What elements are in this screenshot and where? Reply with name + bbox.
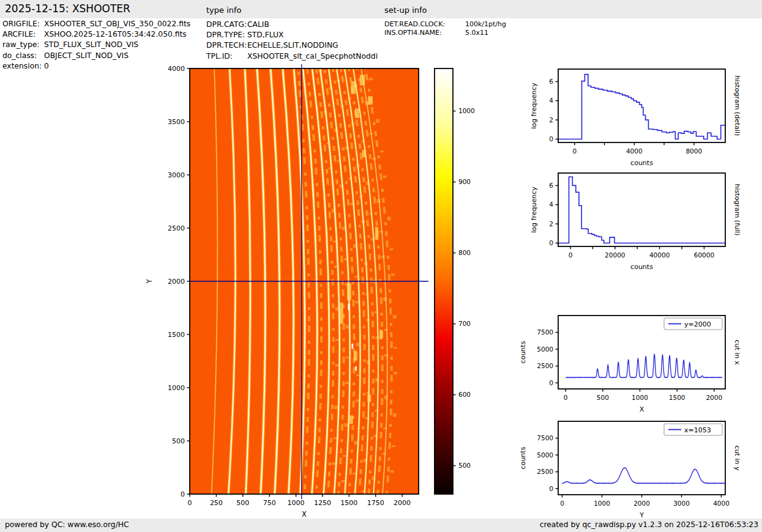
footer-powered-by: powered by QC: www.eso.org/HC bbox=[5, 520, 129, 529]
svg-text:500: 500 bbox=[236, 499, 249, 507]
svg-text:2500: 2500 bbox=[537, 468, 553, 475]
svg-text:600: 600 bbox=[458, 391, 471, 398]
svg-text:6: 6 bbox=[549, 78, 553, 85]
svg-text:1000: 1000 bbox=[458, 107, 475, 114]
svg-text:4: 4 bbox=[549, 97, 553, 104]
legend: y=2000 bbox=[664, 318, 722, 330]
svg-text:1750: 1750 bbox=[367, 499, 384, 507]
svg-text:2: 2 bbox=[549, 116, 553, 124]
svg-text:20000: 20000 bbox=[605, 251, 625, 259]
y-axis-label: log frequency bbox=[530, 83, 538, 129]
svg-text:4000: 4000 bbox=[168, 65, 185, 73]
axes: 010002000300040000250050007500Ycountscut… bbox=[519, 421, 741, 519]
svg-text:0: 0 bbox=[181, 490, 185, 498]
histogram-detail-plot: 0400080000246countslog frequencyhistogra… bbox=[514, 62, 762, 173]
svg-text:0: 0 bbox=[564, 394, 568, 401]
svg-text:0: 0 bbox=[549, 379, 553, 386]
y-axis-label: log frequency bbox=[530, 187, 538, 233]
y-axis-label: counts bbox=[519, 446, 527, 469]
svg-text:2500: 2500 bbox=[168, 224, 185, 232]
qc-report-page: 2025-12-15: XSHOOTER type info set-up in… bbox=[0, 0, 762, 532]
svg-text:2500: 2500 bbox=[537, 362, 553, 369]
colorbar: 5006007008009001000 bbox=[390, 61, 491, 525]
cut-in-y-plot: 010002000300040000250050007500Ycountscut… bbox=[514, 414, 762, 525]
x-axis-label: X bbox=[302, 510, 307, 519]
svg-text:500: 500 bbox=[597, 394, 609, 401]
svg-text:3000: 3000 bbox=[673, 500, 690, 507]
svg-text:6: 6 bbox=[549, 182, 553, 189]
svg-text:3000: 3000 bbox=[168, 171, 185, 179]
svg-text:4: 4 bbox=[549, 201, 553, 208]
legend-label: y=2000 bbox=[684, 320, 711, 328]
svg-text:2000: 2000 bbox=[168, 278, 185, 286]
svg-text:1500: 1500 bbox=[340, 499, 357, 507]
x-axis-label: X bbox=[640, 405, 644, 413]
svg-text:0: 0 bbox=[572, 147, 577, 155]
figure-area: 0250500750100012501500175020000500100015… bbox=[0, 0, 762, 532]
cut-line bbox=[566, 354, 722, 378]
svg-text:700: 700 bbox=[458, 320, 471, 327]
right-axis-label: histogram (detail) bbox=[733, 76, 741, 136]
footer-created-by: created by qc_rawdisp.py v1.2.3 on 2025-… bbox=[540, 520, 758, 529]
svg-text:250: 250 bbox=[210, 499, 223, 507]
svg-text:7500: 7500 bbox=[537, 328, 553, 336]
histogram-line bbox=[558, 75, 725, 139]
svg-text:1500: 1500 bbox=[168, 331, 185, 339]
svg-text:1000: 1000 bbox=[632, 394, 648, 401]
histogram-full-plot: 02000040000600000246countslog frequencyh… bbox=[514, 166, 762, 277]
svg-text:4000: 4000 bbox=[626, 147, 643, 155]
svg-text:0: 0 bbox=[569, 251, 573, 259]
right-axis-label: cut in y bbox=[733, 446, 741, 471]
legend: x=1053 bbox=[664, 424, 722, 435]
cut-in-x-plot: 05001000150020000250050007500Xcountscut … bbox=[514, 308, 762, 419]
svg-text:5000: 5000 bbox=[537, 345, 553, 353]
svg-text:1000: 1000 bbox=[288, 499, 305, 507]
svg-text:0: 0 bbox=[560, 500, 564, 507]
axes: 05001000150020000250050007500Xcountscut … bbox=[519, 316, 741, 413]
svg-text:500: 500 bbox=[458, 462, 471, 469]
svg-text:5000: 5000 bbox=[537, 451, 553, 459]
svg-text:0: 0 bbox=[549, 485, 553, 492]
footer-bar: powered by QC: www.eso.org/HC created by… bbox=[0, 519, 762, 532]
right-axis-label: cut in x bbox=[733, 340, 741, 365]
svg-text:500: 500 bbox=[172, 437, 185, 445]
svg-text:1500: 1500 bbox=[669, 394, 685, 401]
axes: 0400080000246countslog frequencyhistogra… bbox=[530, 69, 741, 167]
svg-text:3500: 3500 bbox=[168, 118, 185, 126]
histogram-line bbox=[558, 177, 725, 243]
svg-text:1000: 1000 bbox=[168, 384, 185, 392]
svg-text:8000: 8000 bbox=[685, 147, 702, 155]
svg-text:2: 2 bbox=[549, 220, 553, 227]
svg-text:0: 0 bbox=[549, 135, 553, 142]
svg-text:2000: 2000 bbox=[633, 500, 650, 507]
svg-text:40000: 40000 bbox=[649, 251, 670, 259]
cut-line bbox=[562, 468, 725, 484]
svg-text:60000: 60000 bbox=[694, 251, 714, 259]
svg-text:0: 0 bbox=[549, 239, 553, 246]
svg-text:7500: 7500 bbox=[537, 434, 553, 441]
colorbar-gradient bbox=[435, 68, 453, 494]
svg-text:2000: 2000 bbox=[706, 394, 722, 401]
y-axis-label: Y bbox=[145, 279, 154, 284]
y-axis-label: counts bbox=[519, 341, 527, 363]
legend-label: x=1053 bbox=[684, 426, 711, 434]
svg-text:900: 900 bbox=[458, 178, 471, 185]
svg-text:1000: 1000 bbox=[594, 500, 610, 507]
svg-text:0: 0 bbox=[188, 499, 192, 507]
axes: 02000040000600000246countslog frequencyh… bbox=[530, 173, 741, 271]
svg-text:1250: 1250 bbox=[314, 499, 331, 507]
svg-text:750: 750 bbox=[263, 499, 276, 507]
svg-text:800: 800 bbox=[458, 249, 471, 256]
x-axis-label: counts bbox=[630, 263, 653, 271]
svg-text:4000: 4000 bbox=[713, 500, 730, 507]
right-axis-label: histogram (full) bbox=[733, 184, 741, 236]
